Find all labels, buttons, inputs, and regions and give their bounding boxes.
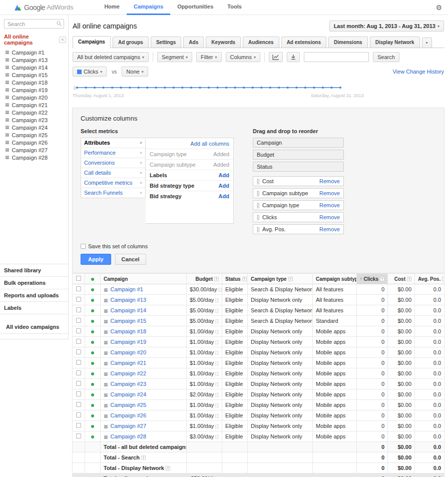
- chart-data-point[interactable]: [217, 87, 219, 89]
- column-header-subtype[interactable]: Campaign subtype: [313, 274, 357, 284]
- drag-handle-icon[interactable]: [257, 203, 259, 208]
- campaign-filter-button[interactable]: All but deleted campaigns ▾: [73, 52, 149, 62]
- row-checkbox[interactable]: [76, 328, 81, 333]
- help-icon[interactable]: ?: [242, 277, 247, 281]
- tab-settings[interactable]: Settings: [151, 37, 181, 48]
- row-checkbox[interactable]: [76, 370, 81, 375]
- reorder-item-campaign-type[interactable]: Campaign typeRemove: [253, 200, 344, 210]
- edit-budget-icon[interactable]: [215, 340, 219, 344]
- tab-ad-extensions[interactable]: Ad extensions: [281, 37, 326, 48]
- edit-budget-icon[interactable]: [218, 288, 222, 292]
- campaign-link[interactable]: Campaign #25: [111, 402, 147, 408]
- chart-data-point[interactable]: [243, 87, 245, 89]
- edit-budget-icon[interactable]: [215, 393, 219, 397]
- chart-data-point[interactable]: [269, 87, 271, 89]
- chart-data-point[interactable]: [330, 87, 332, 89]
- chart-data-point[interactable]: [322, 87, 324, 89]
- sidebar-campaign-item[interactable]: ▦Campaign #27: [0, 146, 68, 154]
- campaign-link[interactable]: Campaign #22: [111, 370, 147, 376]
- chart-data-point[interactable]: [278, 87, 280, 89]
- sidebar-campaign-item[interactable]: ▦Campaign #21: [0, 101, 68, 109]
- reorder-item-clicks[interactable]: ClicksRemove: [253, 212, 344, 222]
- sidebar-campaign-item[interactable]: ▦Campaign #18: [0, 79, 68, 86]
- add-link[interactable]: Add: [219, 172, 229, 178]
- tab-keywords[interactable]: Keywords: [206, 37, 241, 48]
- segment-button[interactable]: Segment ▾: [157, 52, 192, 62]
- row-checkbox[interactable]: [76, 307, 81, 312]
- chart-data-point[interactable]: [287, 87, 289, 89]
- chart-data-point[interactable]: [85, 87, 87, 89]
- campaign-link[interactable]: Campaign #14: [111, 307, 147, 313]
- help-icon[interactable]: ?: [380, 277, 384, 281]
- drag-handle-icon[interactable]: [257, 215, 259, 220]
- edit-budget-icon[interactable]: [215, 298, 219, 302]
- column-header-cost[interactable]: Cost?: [388, 274, 415, 284]
- row-checkbox[interactable]: [76, 339, 81, 344]
- apply-button[interactable]: Apply: [81, 254, 111, 265]
- reorder-item-campaign-subtype[interactable]: Campaign subtypeRemove: [253, 188, 344, 198]
- edit-budget-icon[interactable]: [215, 403, 219, 407]
- metric-one-button[interactable]: Clicks ▾: [73, 67, 107, 77]
- chart-data-point[interactable]: [295, 87, 297, 89]
- edit-budget-icon[interactable]: [215, 424, 219, 428]
- save-columns-checkbox[interactable]: [81, 244, 86, 249]
- column-header-avg_pos[interactable]: Avg. Pos.?: [415, 274, 444, 284]
- status-filter-dot-icon[interactable]: [91, 278, 94, 281]
- column-header-clicks[interactable]: ↑Clicks?: [357, 274, 388, 284]
- campaign-link[interactable]: Campaign #26: [111, 412, 147, 418]
- drag-handle-icon[interactable]: [257, 179, 259, 184]
- sidebar-item-labels[interactable]: Labels: [0, 301, 68, 314]
- sidebar-campaign-item[interactable]: ▦Campaign #13: [0, 56, 68, 64]
- row-checkbox[interactable]: [76, 318, 81, 323]
- tab-more-button[interactable]: ▾: [422, 38, 432, 48]
- row-checkbox[interactable]: [76, 423, 81, 428]
- metrics-menu-item-competitive-metrics[interactable]: Competitive metrics»: [81, 178, 145, 188]
- chart-data-point[interactable]: [199, 87, 201, 89]
- nav-item-tools[interactable]: Tools: [220, 0, 249, 15]
- chart-data-point[interactable]: [181, 87, 183, 89]
- chart-data-point[interactable]: [76, 87, 78, 89]
- row-checkbox[interactable]: [76, 381, 81, 386]
- chart-data-point[interactable]: [103, 87, 105, 89]
- help-icon[interactable]: ?: [166, 466, 170, 470]
- remove-link[interactable]: Remove: [319, 214, 340, 220]
- campaign-link[interactable]: Campaign #1: [111, 286, 143, 292]
- chart-data-point[interactable]: [225, 87, 227, 89]
- metrics-menu-item-conversions[interactable]: Conversions»: [81, 158, 145, 168]
- metrics-menu-item-attributes[interactable]: Attributes»: [81, 138, 145, 148]
- chart-data-point[interactable]: [155, 87, 157, 89]
- reorder-item-avg-pos[interactable]: Avg. Pos.Remove: [253, 224, 344, 234]
- column-header-status[interactable]: Status?: [222, 274, 248, 284]
- campaign-link[interactable]: Campaign #20: [111, 349, 147, 355]
- sidebar-item-shared-library[interactable]: Shared library: [0, 264, 68, 276]
- chart-data-point[interactable]: [339, 87, 341, 89]
- row-checkbox[interactable]: [76, 297, 81, 302]
- chart-data-point[interactable]: [111, 87, 113, 89]
- search-input[interactable]: [4, 19, 64, 29]
- row-checkbox[interactable]: [76, 433, 81, 438]
- edit-budget-icon[interactable]: [215, 351, 219, 355]
- sidebar-campaign-item[interactable]: ▦Campaign #19: [0, 86, 68, 94]
- nav-item-home[interactable]: Home: [97, 0, 127, 15]
- campaign-link[interactable]: Campaign #18: [111, 328, 147, 334]
- add-all-columns-link[interactable]: Add all columns: [190, 141, 229, 147]
- chart-data-point[interactable]: [138, 87, 140, 89]
- campaign-link[interactable]: Campaign #24: [111, 391, 147, 397]
- tab-ads[interactable]: Ads: [183, 37, 204, 48]
- sidebar-campaign-item[interactable]: ▦Campaign #20: [0, 94, 68, 101]
- table-search-input[interactable]: [304, 52, 369, 62]
- campaign-link[interactable]: Campaign #28: [111, 433, 147, 439]
- chart-data-point[interactable]: [190, 87, 192, 89]
- edit-budget-icon[interactable]: [215, 309, 219, 313]
- remove-link[interactable]: Remove: [319, 226, 340, 232]
- tab-dimensions[interactable]: Dimensions: [328, 37, 368, 48]
- help-icon[interactable]: ?: [141, 455, 146, 460]
- tab-audiences[interactable]: Audiences: [243, 37, 279, 48]
- chart-data-point[interactable]: [173, 87, 175, 89]
- sidebar-campaign-item[interactable]: ▦Campaign #23: [0, 116, 68, 124]
- metric-two-button[interactable]: None ▾: [122, 67, 148, 77]
- sidebar-campaign-item[interactable]: ▦Campaign #24: [0, 124, 68, 131]
- chart-data-point[interactable]: [94, 87, 96, 89]
- campaign-link[interactable]: Campaign #23: [111, 381, 147, 387]
- nav-item-campaigns[interactable]: Campaigns: [127, 0, 170, 15]
